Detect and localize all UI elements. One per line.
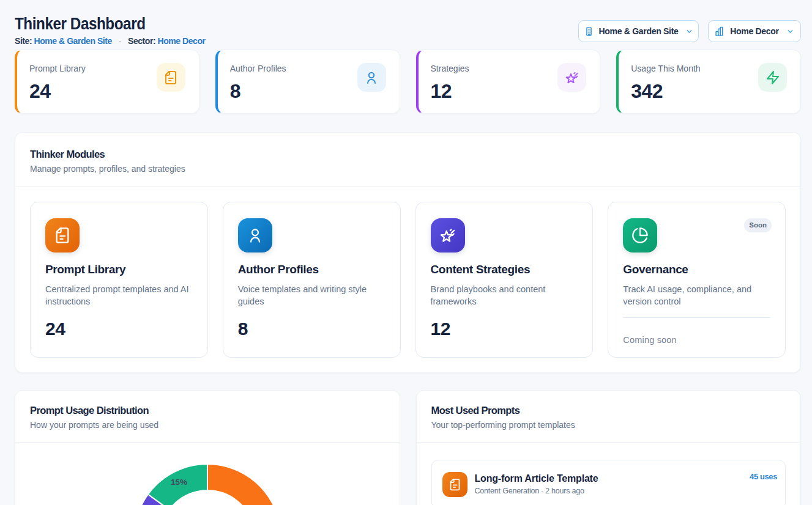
svg-text:15%: 15% xyxy=(171,477,187,487)
